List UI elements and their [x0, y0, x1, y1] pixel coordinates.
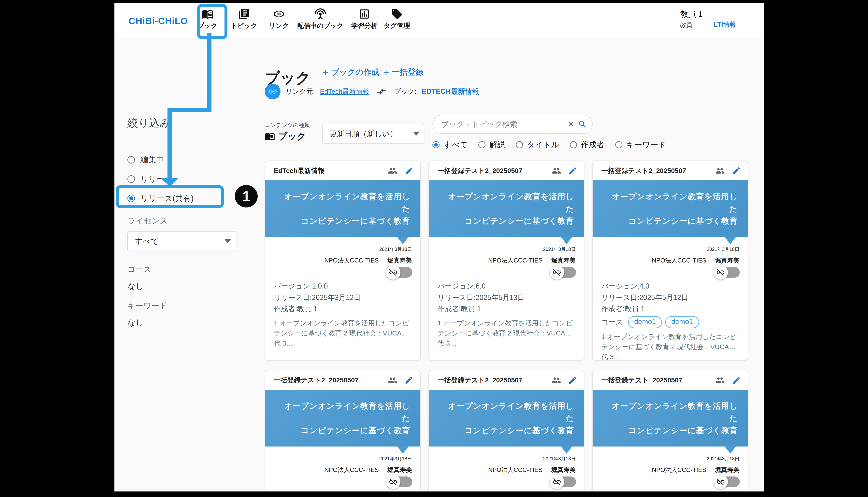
user-role: 教員	[680, 21, 693, 29]
scope-title[interactable]: タイトル	[516, 139, 559, 150]
collaborators-icon[interactable]	[715, 166, 725, 175]
banner-tail	[397, 446, 409, 454]
course-chip[interactable]: demo1	[665, 316, 699, 328]
radio-circle	[516, 141, 523, 148]
license-label: ライセンス	[127, 215, 168, 226]
creator-label: 作成者:	[601, 305, 625, 313]
nav-item-tag-management[interactable]: タグ管理	[371, 8, 423, 30]
plus-icon: +	[322, 67, 328, 77]
collaborators-icon[interactable]	[552, 166, 561, 175]
book-card[interactable]: 一括登録テスト2_20250507 オープンオンライン教育を活用した コンピテン…	[428, 370, 584, 492]
link-source-name[interactable]: EdTech最新情報	[320, 87, 369, 96]
scope-keyword[interactable]: キーワード	[615, 139, 666, 150]
create-book-button[interactable]: + ブックの作成	[322, 67, 379, 77]
search-input[interactable]	[441, 120, 567, 129]
cover-author: 堀真寿美	[715, 256, 739, 265]
tag-icon	[391, 8, 403, 20]
radio-circle	[127, 156, 135, 164]
share-link-toggle[interactable]	[386, 265, 413, 280]
link-badge-icon	[265, 84, 281, 99]
collaborators-icon[interactable]	[552, 375, 561, 385]
edit-icon[interactable]	[568, 166, 577, 175]
annotation-connector-line	[207, 33, 212, 112]
cover-author: 堀真寿美	[551, 256, 575, 265]
release-label: リリース日:	[274, 294, 312, 301]
app-window: CHiBi-CHiLO ブック トピック リンク 配信中のブック 学習分析 タグ…	[114, 3, 764, 492]
scope-creator[interactable]: 作成者	[570, 139, 604, 150]
radio-released-shared[interactable]: リリース(共有)	[127, 193, 194, 204]
version-label: バージョン:	[601, 282, 639, 290]
radio-circle-selected	[432, 141, 440, 148]
link-icon	[273, 8, 285, 20]
release-label: リリース日:	[601, 294, 639, 301]
share-link-toggle[interactable]	[550, 265, 577, 280]
book-card[interactable]: 一括登録テスト2_20250507 オープンオンライン教育を活用した コンピテン…	[265, 370, 421, 492]
sort-select[interactable]: 更新日順（新しい）	[322, 124, 424, 144]
version-label: バージョン:	[274, 282, 312, 290]
edit-icon[interactable]	[732, 376, 741, 385]
link-off-icon	[716, 477, 725, 486]
book-card[interactable]: EdTech最新情報 オープンオンライン教育を活用した コンピテンシーに基づく教…	[265, 160, 421, 360]
edit-icon[interactable]	[732, 166, 741, 175]
card-title: 一括登録テスト2_20250507	[438, 376, 544, 385]
chevron-down-icon	[413, 132, 419, 136]
analytics-icon	[358, 8, 370, 20]
collaborators-icon[interactable]	[388, 375, 397, 385]
plus-icon: +	[383, 67, 389, 77]
edit-icon[interactable]	[568, 376, 577, 385]
collaborators-icon[interactable]	[715, 375, 725, 385]
share-link-toggle[interactable]	[713, 474, 741, 489]
book-icon	[265, 131, 275, 141]
nav-item-published-books[interactable]: 配信中のブック	[295, 8, 346, 30]
radio-circle	[570, 141, 577, 148]
link-source-label: リンク元:	[286, 87, 315, 96]
banner-tail	[724, 237, 736, 244]
lti-info-link[interactable]: LTI情報	[714, 20, 736, 29]
version-value: 1.0.0	[312, 282, 328, 290]
card-title: 一括登録テスト_20250507	[601, 376, 708, 385]
linked-book-label: ブック:	[394, 87, 416, 96]
search-icon[interactable]	[578, 120, 587, 129]
cover-organization: NPO法人CCC-TIES	[488, 466, 542, 474]
book-cover: オープンオンライン教育を活用した コンピテンシーに基づく教育	[429, 390, 584, 446]
card-course-label: コース:	[601, 316, 625, 328]
logo[interactable]: CHiBi-CHiLO	[129, 15, 188, 26]
banner-tail	[561, 446, 572, 454]
edit-icon[interactable]	[404, 166, 413, 175]
link-off-icon	[716, 268, 725, 277]
banner-tail	[724, 446, 736, 454]
user-name[interactable]: 教員 1	[680, 9, 702, 19]
book-cover: オープンオンライン教育を活用した コンピテンシーに基づく教育	[593, 180, 748, 237]
creator-label: 作成者:	[274, 305, 297, 313]
radio-editing[interactable]: 編集中	[127, 154, 164, 165]
book-card[interactable]: 一括登録テスト2_20250507 オープンオンライン教育を活用した コンピテン…	[592, 160, 748, 360]
link-off-icon	[389, 477, 398, 486]
book-card[interactable]: 一括登録テスト2_20250507 オープンオンライン教育を活用した コンピテン…	[428, 160, 584, 360]
book-card-grid: EdTech最新情報 オープンオンライン教育を活用した コンピテンシーに基づく教…	[265, 160, 748, 492]
linked-book-name[interactable]: EDTECH最新情報	[422, 87, 479, 97]
scope-description[interactable]: 解説	[479, 139, 505, 150]
radio-circle	[127, 175, 135, 183]
share-link-toggle[interactable]	[713, 265, 741, 280]
edit-icon[interactable]	[404, 376, 413, 385]
link-off-icon	[552, 477, 561, 486]
course-chip[interactable]: demo1	[628, 316, 662, 328]
content-type-value: ブック	[265, 130, 306, 142]
share-link-toggle[interactable]	[386, 474, 413, 489]
radio-released[interactable]: リリース	[127, 173, 173, 184]
release-label: リリース日:	[438, 294, 475, 301]
filter-title: 絞り込み	[127, 116, 171, 130]
clear-search-icon[interactable]	[567, 120, 575, 128]
book-card[interactable]: 一括登録テスト_20250507 オープンオンライン教育を活用した コンピテンシ…	[592, 370, 748, 492]
content-type-label: コンテンツの種類	[265, 122, 310, 129]
license-select[interactable]: すべて	[127, 231, 236, 251]
card-title: 一括登録テスト2_20250507	[601, 166, 708, 175]
scope-all[interactable]: すべて	[432, 139, 468, 150]
collaborators-icon[interactable]	[388, 166, 397, 175]
banner-tail	[397, 237, 409, 244]
release-value: 2025年5月13日	[475, 294, 525, 301]
share-link-toggle[interactable]	[550, 474, 577, 489]
bulk-register-button[interactable]: + 一括登録	[383, 67, 423, 77]
annotation-step-badge: 1	[235, 185, 258, 208]
cover-date: 2021年3月18日	[593, 456, 748, 462]
